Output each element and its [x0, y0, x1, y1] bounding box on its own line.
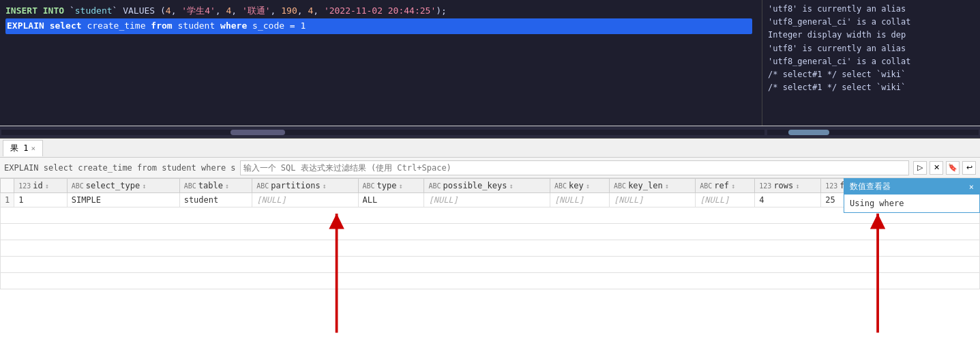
cell-rownum: 1: [1, 193, 14, 207]
right-panel: 'utf8' is currently an alias 'utf8_gener…: [762, 0, 980, 126]
filter-input[interactable]: [240, 160, 909, 175]
cell-id: 1: [14, 193, 67, 207]
results-table: 123 id ↕ ABC select_type ↕: [0, 178, 980, 289]
right-panel-line-5: 'utf8_general_ci' is a collat: [768, 55, 975, 68]
table-row-empty-4: [1, 257, 980, 273]
value-panel: 数值查看器 × Using where: [844, 178, 980, 213]
cell-partitions: [NULL]: [252, 193, 358, 207]
cell-key: [NULL]: [550, 193, 609, 207]
col-table[interactable]: ABC table ↕: [179, 179, 252, 193]
cell-type: ALL: [358, 193, 424, 207]
tab-bar: 果 1 ×: [0, 139, 980, 158]
table-row-empty-1: [1, 207, 980, 224]
table-header-row: 123 id ↕ ABC select_type ↕: [1, 179, 980, 193]
horizontal-scrollbar[interactable]: [0, 126, 980, 139]
cell-select-type: SIMPLE: [67, 193, 179, 207]
right-panel-line-7: /* select#1 */ select `wiki`: [768, 81, 975, 94]
filter-run-button[interactable]: ▷: [913, 161, 927, 175]
right-panel-line-3: Integer display width is dep: [768, 29, 975, 42]
value-panel-title: 数值查看器: [850, 181, 891, 192]
filter-bookmark-button[interactable]: 🔖: [946, 161, 960, 175]
right-panel-line-2: 'utf8_general_ci' is a collat: [768, 16, 975, 29]
sql-explain-line: EXPLAIN select create_time from student …: [5, 18, 752, 34]
value-panel-header: 数值查看器 ×: [844, 179, 979, 195]
filter-icons: ▷ ✕ 🔖 ↩: [913, 161, 976, 175]
filter-prefix: EXPLAIN select create_time from student …: [4, 163, 236, 173]
col-id[interactable]: 123 id ↕: [14, 179, 67, 193]
filter-bar: EXPLAIN select create_time from student …: [0, 158, 980, 178]
col-key[interactable]: ABC key ↕: [550, 179, 609, 193]
table-wrapper[interactable]: 123 id ↕ ABC select_type ↕: [0, 178, 980, 359]
results-section: 123 id ↕ ABC select_type ↕: [0, 178, 980, 359]
col-key-len[interactable]: ABC key_len ↕: [610, 179, 696, 193]
cell-key-len: [NULL]: [610, 193, 696, 207]
sql-blank-1: [5, 34, 752, 48]
col-select-type[interactable]: ABC select_type ↕: [67, 179, 179, 193]
table-row-empty-3: [1, 240, 980, 257]
value-panel-close[interactable]: ×: [969, 182, 974, 192]
right-panel-line-1: 'utf8' is currently an alias: [768, 3, 975, 16]
table-row-empty-5: [1, 273, 980, 289]
tab-close-button[interactable]: ×: [31, 144, 35, 153]
filter-back-button[interactable]: ↩: [962, 161, 976, 175]
right-panel-line-6: /* select#1 */ select `wiki`: [768, 68, 975, 81]
col-ref[interactable]: ABC ref ↕: [696, 179, 755, 193]
sql-insert-line: INSERT INTO `student` VALUES (4, '学生4', …: [5, 4, 752, 18]
table-row[interactable]: 1 1 SIMPLE student [NULL] ALL [NULL] [NU…: [1, 193, 980, 207]
right-panel-line-4: 'utf8' is currently an alias: [768, 42, 975, 55]
cell-ref: [NULL]: [696, 193, 755, 207]
sql-editor[interactable]: INSERT INTO `student` VALUES (4, '学生4', …: [0, 0, 758, 126]
cell-table: student: [179, 193, 252, 207]
col-type[interactable]: ABC type ↕: [358, 179, 424, 193]
value-panel-content: Using where: [844, 195, 979, 212]
result-tab[interactable]: 果 1 ×: [3, 140, 43, 156]
sql-blank-2: [5, 48, 752, 62]
filter-clear-button[interactable]: ✕: [930, 161, 943, 175]
col-partitions[interactable]: ABC partitions ↕: [252, 179, 358, 193]
table-row-empty-2: [1, 224, 980, 240]
cell-rows: 4: [755, 193, 821, 207]
cell-possible-keys: [NULL]: [424, 193, 550, 207]
col-rownum: [1, 179, 14, 193]
col-possible-keys[interactable]: ABC possible_keys ↕: [424, 179, 550, 193]
tab-label: 果 1: [10, 143, 28, 154]
col-rows[interactable]: 123 rows ↕: [755, 179, 821, 193]
